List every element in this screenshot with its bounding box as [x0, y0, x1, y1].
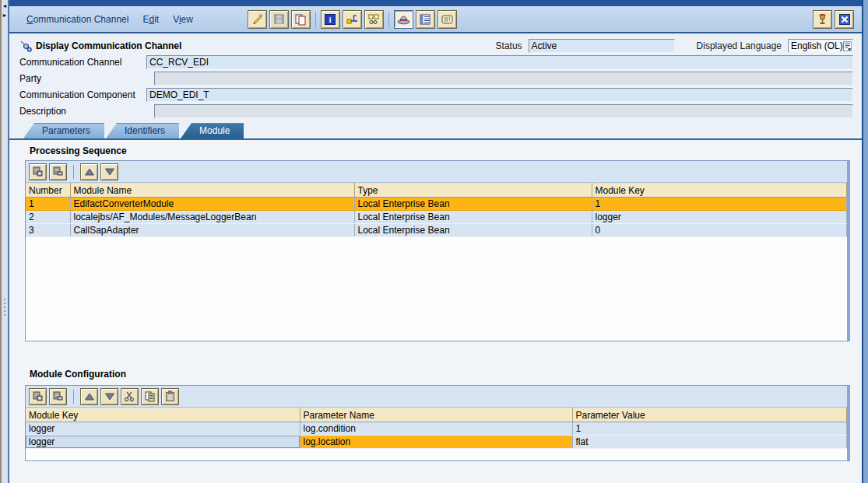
cell-module-key[interactable]: 0 — [592, 224, 847, 237]
status-goblet-button[interactable] — [813, 10, 832, 29]
table-row[interactable]: logger log.condition 1 — [26, 422, 847, 436]
paste-button[interactable] — [161, 388, 179, 405]
move-down-icon — [104, 167, 115, 177]
table-row[interactable]: logger log.location flat — [26, 436, 847, 449]
form-row: Description — [19, 104, 853, 121]
cell-parameter-name[interactable]: log.condition — [300, 422, 572, 436]
menu-communication-channel[interactable]: Communication Channel — [26, 14, 128, 25]
tab-identifiers[interactable]: Identifiers — [106, 123, 179, 138]
dropdown-list-icon[interactable] — [843, 41, 852, 51]
cell-type[interactable]: Local Enterprise Bean — [354, 211, 592, 224]
communication-component-field[interactable]: DEMO_EDI_T — [146, 88, 853, 102]
delete-row-button[interactable] — [49, 388, 67, 405]
info-button[interactable]: i — [321, 10, 340, 29]
copy-object-button[interactable] — [291, 10, 311, 29]
column-header-parameter-name[interactable]: Parameter Name — [300, 408, 572, 422]
expand-right-icon[interactable]: ► — [2, 12, 8, 19]
description-field[interactable] — [154, 104, 853, 118]
compare-objects-button[interactable] — [364, 10, 384, 29]
displayed-language-value: English (OL) — [791, 40, 843, 51]
cell-type[interactable]: Local Enterprise Bean — [354, 198, 592, 211]
delete-row-icon — [52, 166, 64, 177]
list-overview-icon — [419, 13, 431, 26]
cell-number[interactable]: 2 — [26, 211, 70, 224]
column-header-parameter-value[interactable]: Parameter Value — [572, 408, 847, 422]
cell-parameter-value[interactable]: flat — [572, 436, 847, 449]
splitter-handle-icon[interactable] — [4, 299, 5, 316]
move-up-button[interactable] — [80, 388, 98, 405]
audit-log-button[interactable] — [438, 10, 457, 29]
status-field[interactable]: Active — [529, 39, 675, 53]
cell-type[interactable]: Local Enterprise Bean — [354, 224, 592, 237]
processing-sequence-heading: Processing Sequence — [19, 145, 862, 156]
toolbar-separator — [73, 165, 74, 179]
insert-row-button[interactable] — [29, 388, 47, 405]
cell-parameter-value[interactable]: 1 — [572, 422, 847, 436]
cell-module-name[interactable]: CallSapAdapter — [70, 224, 354, 237]
column-header-module-key[interactable]: Module Key — [592, 184, 847, 198]
cut-button[interactable] — [121, 388, 139, 405]
processing-sequence-toolbar — [26, 161, 847, 183]
insert-row-icon — [32, 390, 44, 402]
insert-row-icon — [32, 166, 44, 177]
menu-label: it — [154, 14, 159, 25]
move-down-button[interactable] — [100, 163, 118, 180]
menu-view[interactable]: View — [173, 14, 193, 25]
cell-module-name[interactable]: EdifactConverterModule — [70, 198, 354, 211]
copy-icon — [294, 13, 307, 26]
administration-button[interactable] — [394, 10, 413, 29]
menu-edit[interactable]: Edit — [142, 14, 159, 25]
table-row[interactable]: 3 CallSapAdapter Local Enterprise Bean 0 — [26, 224, 847, 237]
displayed-language-combo[interactable]: English (OL) — [788, 39, 853, 53]
list-overview-button[interactable] — [416, 10, 435, 29]
cell-parameter-name-selected[interactable]: log.location — [300, 436, 572, 449]
module-configuration-grid: Module Key Parameter Name Parameter Valu… — [25, 385, 850, 461]
communication-channel-label: Communication Channel — [19, 55, 146, 68]
cell-module-key[interactable]: logger — [26, 422, 300, 436]
edit-button[interactable] — [248, 10, 267, 29]
column-header-type[interactable]: Type — [354, 184, 592, 198]
form-row: Communication Channel CC_RCV_EDI — [19, 55, 853, 72]
collapse-left-icon[interactable]: ◄ — [2, 2, 8, 9]
cell-number[interactable]: 3 — [26, 224, 70, 237]
copy-rows-button[interactable] — [141, 388, 159, 405]
close-x-icon — [838, 13, 851, 26]
communication-component-label: Communication Component — [19, 88, 146, 100]
grid-empty-area — [26, 237, 847, 341]
move-up-icon — [84, 167, 95, 177]
cell-module-name[interactable]: localejbs/AF_Modules/MessageLoggerBean — [70, 211, 354, 224]
window-top-strip — [9, 0, 862, 6]
menu-label: ommunication Channel — [33, 14, 129, 25]
save-button[interactable] — [269, 10, 289, 29]
cell-module-key[interactable]: 1 — [592, 198, 847, 211]
cell-number[interactable]: 1 — [26, 198, 70, 211]
table-row[interactable]: 2 localejbs/AF_Modules/MessageLoggerBean… — [26, 211, 847, 224]
party-field[interactable] — [154, 72, 853, 86]
splitter-rail[interactable]: ◄ ► — [0, 0, 9, 483]
cell-module-key-focused[interactable]: logger — [26, 436, 300, 449]
module-tab-content: Processing Sequence — [9, 140, 862, 483]
status-label: Status — [496, 40, 522, 51]
move-up-button[interactable] — [80, 163, 98, 180]
tab-parameters[interactable]: Parameters — [23, 123, 104, 138]
delete-row-button[interactable] — [49, 163, 67, 180]
module-configuration-toolbar — [26, 386, 847, 408]
close-button[interactable] — [835, 10, 854, 29]
column-header-module-name[interactable]: Module Name — [70, 184, 354, 198]
move-down-button[interactable] — [100, 388, 118, 405]
insert-row-button[interactable] — [29, 163, 47, 180]
copy-icon — [144, 390, 156, 402]
grid-empty-area — [26, 449, 847, 460]
table-row-selected[interactable]: 1 EdifactConverterModule Local Enterpris… — [26, 198, 847, 211]
toolbar-separator — [73, 390, 74, 404]
column-header-module-key[interactable]: Module Key — [26, 408, 300, 422]
references-button[interactable] — [343, 10, 362, 29]
tab-module[interactable]: Module — [181, 123, 244, 138]
cell-module-key[interactable]: logger — [592, 211, 847, 224]
toolbar-separator — [388, 12, 389, 27]
party-label: Party — [19, 72, 146, 84]
communication-channel-field[interactable]: CC_RCV_EDI — [146, 55, 853, 69]
column-header-number[interactable]: Number — [26, 184, 70, 198]
processing-sequence-table: Number Module Name Type Module Key 1 Edi… — [26, 183, 847, 237]
right-window-edge — [862, 0, 868, 483]
